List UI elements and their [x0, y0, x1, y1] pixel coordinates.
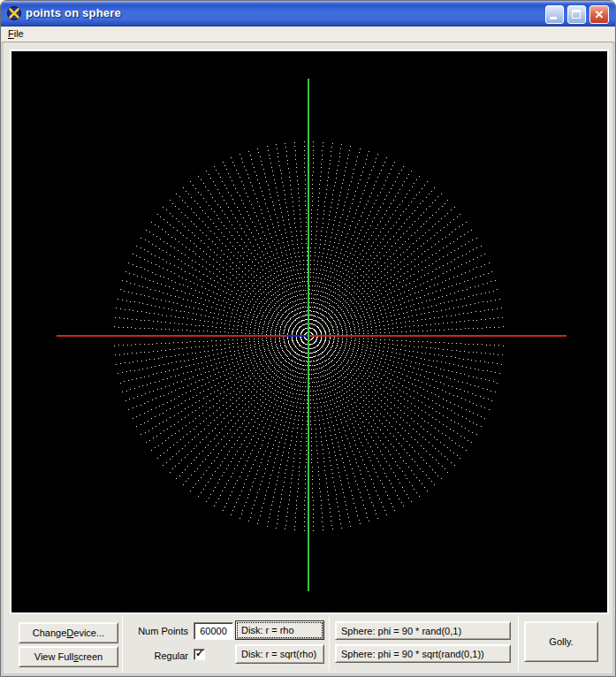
window-controls: ✕	[545, 5, 609, 24]
check-icon: ✓	[195, 647, 204, 659]
close-button[interactable]: ✕	[589, 5, 609, 24]
disk-sqrt-button[interactable]: Disk: r = sqrt(rho)	[235, 644, 324, 664]
render-canvas	[11, 51, 607, 612]
menu-bar: File	[2, 27, 614, 42]
maximize-icon	[572, 10, 581, 19]
sphere-sqrt-button[interactable]: Sphere: phi = 90 * sqrt(rand(0,1))	[335, 644, 511, 663]
title-bar[interactable]: points on sphere ✕	[1, 1, 615, 27]
change-device-button[interactable]: Change Device...	[19, 622, 118, 643]
menu-item-file[interactable]: File	[2, 27, 30, 42]
disk-rho-button[interactable]: Disk: r = rho	[235, 620, 324, 640]
window-title: points on sphere	[26, 6, 121, 19]
num-points-label: Num Points	[110, 626, 188, 636]
view-fullscreen-button[interactable]: View Fullscreen	[19, 646, 118, 667]
group-separator	[329, 616, 330, 671]
app-window: points on sphere ✕ File Change Device...	[0, 0, 616, 677]
close-icon: ✕	[590, 6, 608, 23]
directx-app-icon	[7, 6, 21, 20]
client-area: Change Device... View Fullscreen Num Poi…	[1, 42, 615, 676]
minimize-button[interactable]	[545, 5, 564, 24]
golly-button[interactable]: Golly.	[524, 621, 598, 662]
maximize-button[interactable]	[567, 5, 586, 24]
bottom-panel: Change Device... View Fullscreen Num Poi…	[4, 614, 612, 674]
render-viewport	[10, 49, 609, 614]
regular-label: Regular	[110, 650, 188, 661]
sphere-rand-button[interactable]: Sphere: phi = 90 * rand(0,1)	[335, 621, 511, 640]
group-separator	[122, 616, 123, 671]
group-separator	[518, 616, 519, 671]
regular-checkbox[interactable]: ✓	[194, 649, 205, 660]
minimize-icon	[550, 17, 557, 19]
num-points-input[interactable]	[194, 622, 233, 640]
